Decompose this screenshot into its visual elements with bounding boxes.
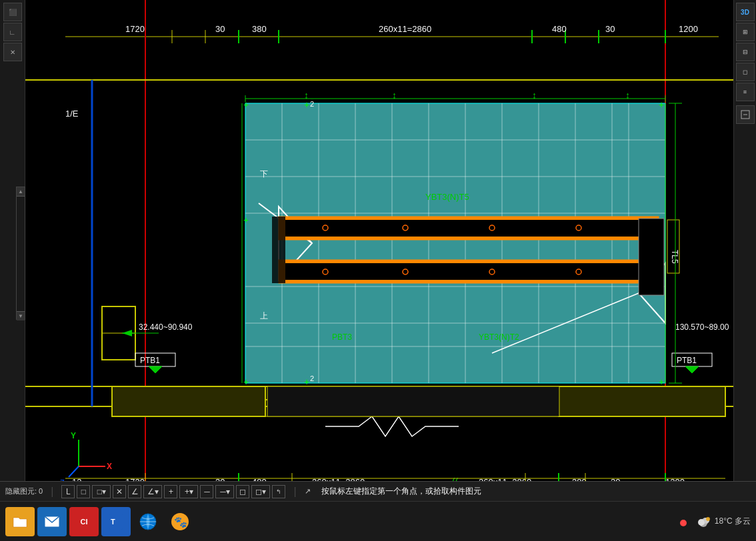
angle-tool-btn[interactable]: ∠ <box>128 485 141 498</box>
svg-text:↕: ↕ <box>532 90 537 101</box>
word-icon[interactable]: T <box>101 507 131 536</box>
svg-rect-89 <box>639 219 664 295</box>
svg-text:1/E: 1/E <box>65 109 79 119</box>
svg-text:PTB1: PTB1 <box>677 356 697 365</box>
delete-tool-btn[interactable]: ✕ <box>113 485 126 498</box>
svg-text:Y: Y <box>71 431 76 440</box>
svg-text:260x11=2860: 260x11=2860 <box>379 24 431 34</box>
svg-rect-90 <box>272 217 285 283</box>
status-bar: 隐藏图元: 0 | L □ □▾ ✕ ∠ ∠▾ + +▾ ─ ─▾ ◻ ◻▾ ↰… <box>0 481 756 501</box>
close-panel-btn[interactable]: ✕ <box>3 43 22 61</box>
svg-text:+: + <box>659 376 664 387</box>
svg-text:+: + <box>243 376 249 387</box>
svg-rect-94 <box>559 386 725 416</box>
svg-text:🐾: 🐾 <box>174 516 187 528</box>
scroll-down-btn[interactable]: ▼ <box>17 311 25 320</box>
rect-tool-btn[interactable]: □ <box>77 485 90 498</box>
svg-text:↕: ↕ <box>392 90 397 101</box>
weather-area: 18°C 多云 <box>685 501 751 541</box>
svg-text:下: 下 <box>260 169 268 179</box>
svg-text:↕: ↕ <box>625 90 630 101</box>
svg-text:380: 380 <box>252 24 267 34</box>
weather-text: 18°C 多云 <box>715 516 751 527</box>
email-icon[interactable] <box>37 507 67 536</box>
svg-text:YBT3(N)T2: YBT3(N)T2 <box>479 332 519 342</box>
svg-rect-26 <box>245 103 665 383</box>
svg-text:1200: 1200 <box>679 24 698 34</box>
svg-text:X: X <box>107 462 112 471</box>
scroll-up-btn[interactable]: ▲ <box>17 187 25 197</box>
cross-dropdown-btn[interactable]: +▾ <box>179 485 198 498</box>
svg-text:2: 2 <box>310 374 314 382</box>
left-toolbar: ⬛ ∟ ✕ ▲ ▼ <box>0 0 25 493</box>
svg-text:+: + <box>243 99 249 110</box>
view-btn-4[interactable]: ◻ <box>736 63 755 81</box>
angle-dropdown-btn[interactable]: ∠▾ <box>143 485 162 498</box>
svg-text:+: + <box>304 99 309 110</box>
svg-rect-93 <box>112 386 265 416</box>
view-btn-3[interactable]: ⊟ <box>736 43 755 61</box>
svg-text:+: + <box>243 215 249 225</box>
view-btn-5[interactable]: ≡ <box>736 83 755 101</box>
weather-icon <box>696 514 711 528</box>
tool-btn-2[interactable]: ∟ <box>3 23 22 41</box>
view-btn-2[interactable]: ⊞ <box>736 23 755 41</box>
svg-text:1720: 1720 <box>125 24 145 34</box>
svg-text:PTB1: PTB1 <box>140 356 160 365</box>
right-toolbar: 3D ⊞ ⊟ ◻ ≡ <box>733 0 756 493</box>
cad-drawing: 1720 30 380 260x11=2860 480 30 1200 1/E … <box>25 0 733 493</box>
browser-icon[interactable] <box>133 507 163 536</box>
svg-rect-60 <box>285 220 652 237</box>
svg-text:30: 30 <box>605 24 615 34</box>
svg-text:30: 30 <box>215 24 225 34</box>
svg-point-143 <box>706 517 710 521</box>
arrow-corner-btn[interactable]: ↰ <box>272 485 285 498</box>
svg-text:TL5: TL5 <box>670 250 679 264</box>
square-dropdown-btn[interactable]: ◻▾ <box>251 485 270 498</box>
line-tool-btn[interactable]: L <box>61 485 75 498</box>
taskbar: CI T 🐾 18°C 多云 <box>0 501 756 541</box>
rect-dropdown-btn[interactable]: □▾ <box>92 485 111 498</box>
svg-text:130.570~89.00: 130.570~89.00 <box>675 322 729 332</box>
dash-dropdown-btn[interactable]: ─▾ <box>215 485 234 498</box>
square-tool-btn[interactable]: ◻ <box>236 485 249 498</box>
cad-app-icon[interactable]: CI <box>69 507 99 536</box>
view-btn-6[interactable] <box>736 105 755 124</box>
svg-text:T: T <box>111 518 115 526</box>
notification-dot <box>680 520 687 526</box>
svg-text:2: 2 <box>310 100 314 108</box>
command-prompt: 按鼠标左键指定第一个角点，或拾取构件图元 <box>321 486 481 497</box>
cad-icon-label: CI <box>81 518 88 526</box>
game-icon[interactable]: 🐾 <box>165 507 195 536</box>
svg-text:↕: ↕ <box>304 90 309 101</box>
svg-rect-95 <box>267 386 559 416</box>
svg-text:+: + <box>659 99 664 110</box>
svg-text:上: 上 <box>260 311 268 320</box>
svg-text:480: 480 <box>552 24 567 34</box>
svg-text:32.440~90.940: 32.440~90.940 <box>139 322 193 332</box>
svg-text:YBT3(N)T5: YBT3(N)T5 <box>425 192 469 202</box>
cross-tool-btn[interactable]: + <box>164 485 177 498</box>
svg-text:+: + <box>304 376 309 387</box>
3d-view-btn[interactable]: 3D <box>736 3 755 21</box>
hidden-elements-label: 隐藏图元: 0 <box>5 486 43 496</box>
tool-btn-1[interactable]: ⬛ <box>3 3 22 21</box>
dash-tool-btn[interactable]: ─ <box>200 485 213 498</box>
svg-text:PBT3: PBT3 <box>332 332 352 342</box>
folder-icon[interactable] <box>5 507 35 536</box>
svg-point-141 <box>698 519 705 526</box>
svg-rect-62 <box>285 263 652 280</box>
